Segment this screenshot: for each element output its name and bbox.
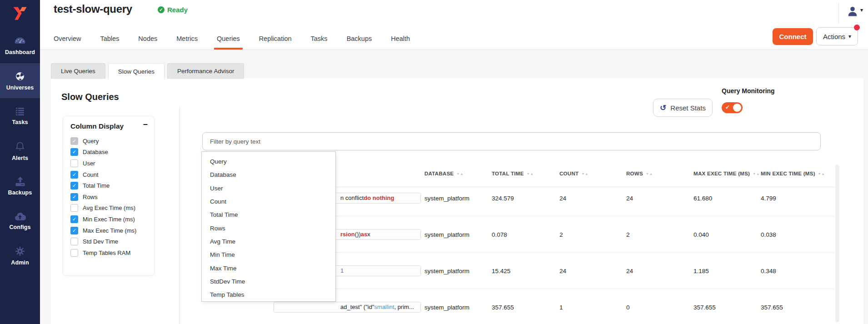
cell-rows: 0: [626, 304, 630, 310]
query-token: 1: [340, 267, 344, 274]
tab-overview[interactable]: Overview: [54, 28, 81, 50]
table-scrollbar[interactable]: [835, 164, 839, 322]
checkbox-max-exec-time-ms[interactable]: ✓: [70, 227, 78, 234]
sidebar-item-admin[interactable]: Admin: [0, 238, 40, 273]
section-heading: Slow Queries: [61, 92, 119, 102]
column-display-option-database[interactable]: ✓Database: [70, 147, 150, 158]
tab-nodes[interactable]: Nodes: [138, 28, 157, 50]
query-text-cell[interactable]: ad_test" ("id" smallint, prim...: [274, 302, 421, 313]
actions-label: Actions: [823, 33, 845, 40]
dropdown-item-avg-time[interactable]: Avg Time: [202, 235, 335, 248]
status-label: Ready: [167, 6, 188, 14]
dropdown-item-database[interactable]: Database: [202, 168, 335, 181]
column-display-option-max-exec-time-ms[interactable]: ✓Max Exec Time (ms): [70, 225, 150, 236]
tab-metrics[interactable]: Metrics: [176, 28, 198, 50]
subtab-performance-advisor[interactable]: Performance Advisor: [167, 63, 244, 79]
sort-arrows-icon[interactable]: ▼▲: [753, 172, 760, 175]
checkbox-user[interactable]: [70, 160, 78, 167]
query-monitoring-toggle[interactable]: ✓: [722, 102, 743, 113]
column-display-option-query[interactable]: ✓Query: [70, 135, 150, 147]
col-header-max-exec-time-ms[interactable]: MAX EXEC TIME (MS)▼▲: [693, 171, 760, 176]
sidebar-item-label: Admin: [11, 259, 29, 266]
avatar-caret-icon[interactable]: ▾: [860, 7, 863, 13]
subtab-live-queries[interactable]: Live Queries: [51, 63, 105, 79]
cell-rows: 24: [626, 194, 633, 201]
sidebar-item-configs[interactable]: Configs: [0, 203, 40, 238]
yugabyte-logo-icon[interactable]: [0, 0, 40, 28]
sidebar-item-dashboard[interactable]: Dashboard: [0, 28, 40, 63]
cell-total-time: 357.655: [492, 304, 514, 310]
reset-icon: ↺: [660, 103, 666, 113]
checkbox-label: Avg Exec Time (ms): [83, 204, 135, 211]
tab-tables[interactable]: Tables: [100, 28, 119, 50]
chevron-down-icon: ▾: [848, 33, 851, 40]
sort-arrows-icon[interactable]: ▼▲: [818, 172, 825, 175]
col-header-rows[interactable]: ROWS▼▲: [626, 171, 653, 176]
tab-tasks[interactable]: Tasks: [311, 28, 328, 50]
sidebar-item-alerts[interactable]: Alerts: [0, 133, 40, 168]
sort-arrows-icon[interactable]: ▼▲: [581, 172, 589, 175]
dropdown-item-count[interactable]: Count: [202, 195, 335, 208]
checkbox-label: Count: [83, 171, 99, 178]
column-display-list: ✓Query✓DatabaseUser✓Count✓Total Time✓Row…: [70, 135, 150, 259]
tab-queries[interactable]: Queries: [217, 28, 240, 50]
reset-stats-button[interactable]: ↺ Reset Stats: [653, 99, 713, 117]
query-filter-input[interactable]: [202, 132, 821, 150]
user-icon: [846, 5, 859, 18]
column-display-option-total-time[interactable]: ✓Total Time: [70, 180, 150, 191]
sort-arrows-icon[interactable]: ▼▲: [646, 172, 653, 175]
tab-health[interactable]: Health: [391, 28, 410, 50]
column-display-option-avg-exec-time-ms[interactable]: Avg Exec Time (ms): [70, 203, 150, 214]
actions-button[interactable]: Actions ▾: [816, 27, 858, 45]
cell-count: 24: [559, 194, 566, 201]
collapse-minus-icon[interactable]: −: [143, 120, 148, 130]
checkbox-rows[interactable]: ✓: [70, 193, 78, 201]
column-display-option-std-dev-time[interactable]: Std Dev Time: [70, 236, 150, 247]
cell-database: system_platform: [424, 231, 469, 238]
col-header-label: MAX EXEC TIME (MS): [693, 171, 750, 176]
backup-upload-icon: [14, 176, 26, 187]
query-token: do nothing: [364, 194, 394, 201]
user-avatar[interactable]: [846, 5, 859, 20]
subtab-slow-queries[interactable]: Slow Queries: [108, 63, 165, 79]
filter-column-dropdown: QueryDatabaseUserCountTotal TimeRowsAvg …: [201, 151, 336, 302]
sidebar-item-label: Backups: [8, 189, 32, 196]
col-header-total-time[interactable]: TOTAL TIME▼▲: [492, 171, 534, 176]
tab-backups[interactable]: Backups: [347, 28, 372, 50]
dropdown-item-temp-tables[interactable]: Temp Tables: [202, 288, 335, 301]
dropdown-item-max-time[interactable]: Max Time: [202, 261, 335, 274]
checkbox-total-time[interactable]: ✓: [70, 182, 78, 189]
column-display-option-count[interactable]: ✓Count: [70, 169, 150, 180]
checkbox-std-dev-time[interactable]: [70, 238, 78, 245]
toggle-knob: [733, 104, 741, 112]
gear-icon: [14, 245, 26, 257]
checkbox-avg-exec-time-ms[interactable]: [70, 204, 78, 212]
col-header-database[interactable]: DATABASE▼▲: [424, 171, 464, 176]
col-header-count[interactable]: COUNT▼▲: [559, 171, 589, 176]
column-display-option-temp-tables-ram[interactable]: Temp Tables RAM: [70, 247, 150, 259]
dropdown-item-rows[interactable]: Rows: [202, 221, 335, 234]
page-title: test-slow-query: [54, 3, 132, 15]
checkbox-label: Min Exec Time (ms): [83, 216, 135, 223]
sort-arrows-icon[interactable]: ▼▲: [457, 172, 464, 175]
checkbox-min-exec-time-ms[interactable]: ✓: [70, 215, 78, 223]
dropdown-item-user[interactable]: User: [202, 182, 335, 195]
col-header-min-exec-time-ms[interactable]: MIN EXEC TIME (MS)▼▲: [761, 171, 825, 176]
sidebar-item-universes[interactable]: Universes: [0, 63, 40, 98]
dropdown-item-stddev-time[interactable]: StdDev Time: [202, 275, 335, 288]
connect-button[interactable]: Connect: [773, 28, 813, 45]
column-display-option-min-exec-time-ms[interactable]: ✓Min Exec Time (ms): [70, 214, 150, 225]
dropdown-item-query[interactable]: Query: [202, 155, 335, 168]
column-display-option-rows[interactable]: ✓Rows: [70, 191, 150, 203]
checkbox-temp-tables-ram[interactable]: [70, 249, 78, 257]
dropdown-item-total-time[interactable]: Total Time: [202, 208, 335, 221]
tab-replication[interactable]: Replication: [259, 28, 292, 50]
sort-arrows-icon[interactable]: ▼▲: [527, 172, 534, 175]
dropdown-item-min-time[interactable]: Min Time: [202, 248, 335, 261]
cell-database: system_platform: [424, 267, 469, 274]
sidebar-item-tasks[interactable]: Tasks: [0, 98, 40, 133]
sidebar-item-backups[interactable]: Backups: [0, 168, 40, 203]
column-display-option-user[interactable]: User: [70, 158, 150, 169]
checkbox-count[interactable]: ✓: [70, 171, 78, 179]
checkbox-database[interactable]: ✓: [70, 148, 78, 156]
